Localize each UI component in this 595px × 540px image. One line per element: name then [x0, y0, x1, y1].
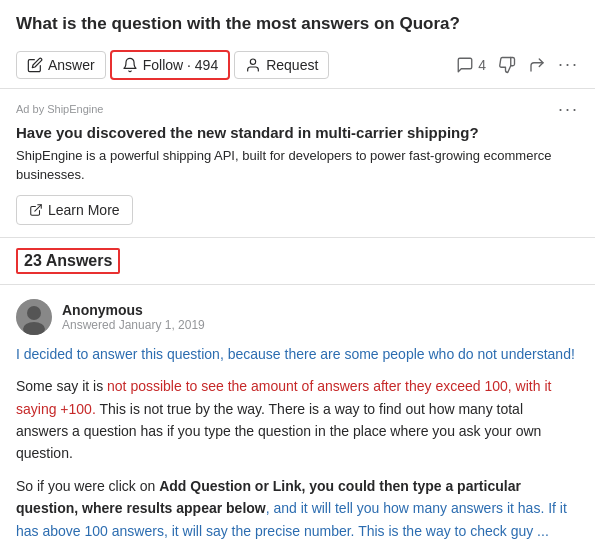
anonymous-avatar-icon [16, 299, 52, 335]
thumbs-down-icon [498, 56, 516, 74]
answers-count: 23 Answers [16, 248, 120, 274]
request-button[interactable]: Request [234, 51, 329, 79]
answer-paragraph-2-part1: Some say it is [16, 378, 107, 394]
ad-by-label: Ad by ShipEngine [16, 103, 103, 115]
comment-count: 4 [478, 57, 486, 73]
learn-more-button[interactable]: Learn More [16, 195, 133, 225]
ad-section: Ad by ShipEngine ··· Have you discovered… [0, 89, 595, 238]
share-header-button[interactable] [528, 56, 546, 74]
external-link-icon [29, 203, 43, 217]
svg-point-0 [251, 59, 256, 64]
action-bar: Answer Follow · 494 Request 4 [0, 44, 595, 89]
answer-section: Anonymous Answered January 1, 2019 I dec… [0, 285, 595, 540]
answer-button[interactable]: Answer [16, 51, 106, 79]
user-icon [245, 57, 261, 73]
answer-paragraph-3: So if you were click on Add Question or … [16, 475, 579, 540]
answer-paragraph-3-start: So if you were click on [16, 478, 159, 494]
answer-meta: Anonymous Answered January 1, 2019 [62, 302, 205, 332]
pen-icon [27, 57, 43, 73]
question-title: What is the question with the most answe… [0, 0, 595, 44]
answer-paragraph-1-text: I decided to answer this question, becau… [16, 346, 575, 362]
learn-more-label: Learn More [48, 202, 120, 218]
ad-body: ShipEngine is a powerful shipping API, b… [16, 146, 579, 185]
author-name: Anonymous [62, 302, 205, 318]
follow-button[interactable]: Follow · 494 [110, 50, 230, 80]
answer-date: Answered January 1, 2019 [62, 318, 205, 332]
follow-label: Follow · 494 [143, 57, 218, 73]
svg-point-3 [27, 306, 41, 320]
comment-count-button[interactable]: 4 [456, 56, 486, 74]
ad-title: Have you discovered the new standard in … [16, 124, 579, 141]
answer-paragraph-1: I decided to answer this question, becau… [16, 343, 579, 365]
comment-icon [456, 56, 474, 74]
share-icon [528, 56, 546, 74]
ad-label-row: Ad by ShipEngine ··· [16, 99, 579, 120]
downvote-header-button[interactable] [498, 56, 516, 74]
bell-icon [122, 57, 138, 73]
avatar [16, 299, 52, 335]
answer-label: Answer [48, 57, 95, 73]
answers-count-bar: 23 Answers [0, 238, 595, 285]
more-options-button[interactable]: ··· [558, 54, 579, 75]
svg-line-1 [35, 205, 41, 211]
ad-more-button[interactable]: ··· [558, 99, 579, 120]
answer-paragraph-2: Some say it is not possible to see the a… [16, 375, 579, 465]
answer-header: Anonymous Answered January 1, 2019 [16, 299, 579, 335]
request-label: Request [266, 57, 318, 73]
action-right-group: 4 ··· [456, 54, 579, 75]
